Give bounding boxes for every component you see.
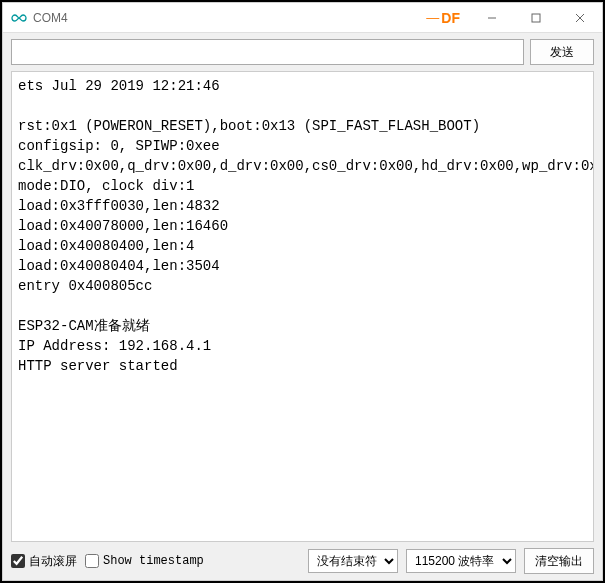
- maximize-button[interactable]: [514, 3, 558, 33]
- titlebar: COM4 — DF: [3, 3, 602, 33]
- send-button[interactable]: 发送: [530, 39, 594, 65]
- window-controls: [470, 3, 602, 33]
- baud-rate-select[interactable]: 115200 波特率: [406, 549, 516, 573]
- clear-output-button[interactable]: 清空输出: [524, 548, 594, 574]
- close-button[interactable]: [558, 3, 602, 33]
- svg-rect-0: [532, 14, 540, 22]
- df-dash: —: [426, 10, 439, 25]
- line-ending-select[interactable]: 没有结束符: [308, 549, 398, 573]
- df-brand-label: DF: [441, 10, 460, 26]
- autoscroll-label: 自动滚屏: [29, 553, 77, 570]
- serial-input[interactable]: [11, 39, 524, 65]
- window-title: COM4: [33, 11, 68, 25]
- toolbar: 发送: [3, 33, 602, 71]
- serial-monitor-window: COM4 — DF 发送 ets Jul 29 2019 12:21:46 rs…: [2, 2, 603, 581]
- arduino-icon: [11, 10, 27, 26]
- footer: 自动滚屏 Show timestamp 没有结束符 115200 波特率 清空输…: [3, 542, 602, 580]
- autoscroll-checkbox[interactable]: 自动滚屏: [11, 553, 77, 570]
- serial-output: ets Jul 29 2019 12:21:46 rst:0x1 (POWERO…: [11, 71, 594, 542]
- timestamp-checkbox[interactable]: Show timestamp: [85, 554, 204, 568]
- autoscroll-input[interactable]: [11, 554, 25, 568]
- timestamp-input[interactable]: [85, 554, 99, 568]
- timestamp-label: Show timestamp: [103, 554, 204, 568]
- minimize-button[interactable]: [470, 3, 514, 33]
